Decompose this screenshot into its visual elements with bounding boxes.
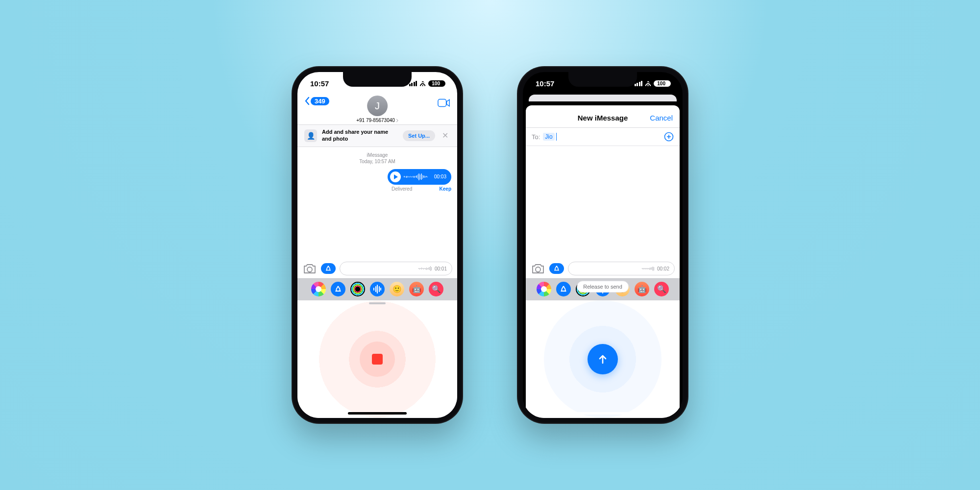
play-icon[interactable] xyxy=(390,172,401,182)
stop-recording-button[interactable] xyxy=(360,342,395,377)
photos-app-icon[interactable] xyxy=(537,282,551,296)
delivered-label: Delivered xyxy=(392,186,412,192)
svg-point-3 xyxy=(536,267,540,272)
waveform-icon xyxy=(404,173,431,181)
contact-number: +91 79-85673040 xyxy=(356,118,395,123)
message-thread[interactable]: iMessage Today, 10:57 AM 00:03 Delivered… xyxy=(297,147,457,259)
arrow-up-icon xyxy=(597,353,609,365)
recipient-chip[interactable]: Jio xyxy=(543,133,554,141)
release-to-send-label: Release to send xyxy=(577,281,629,293)
facetime-button[interactable] xyxy=(438,98,450,107)
memoji-app-icon[interactable]: 🙂 xyxy=(390,282,404,296)
audio-message-app-icon[interactable] xyxy=(370,282,385,296)
wifi-icon xyxy=(419,81,426,86)
to-field[interactable]: To: Jio xyxy=(526,128,680,146)
apps-button[interactable] xyxy=(321,263,336,274)
camera-button[interactable] xyxy=(302,262,317,275)
contact-card-icon: 👤 xyxy=(304,129,317,142)
status-time: 10:57 xyxy=(536,79,554,88)
iphone-left: 10:57 100 349 J +91 79-85673040 👤 Add an… xyxy=(292,66,463,424)
message-thread[interactable] xyxy=(526,146,680,259)
to-label: To: xyxy=(532,133,540,141)
chevron-left-icon xyxy=(304,97,310,105)
battery-icon: 100 xyxy=(428,80,445,87)
page-title: New iMessage xyxy=(578,114,628,122)
appstore-app-icon[interactable] xyxy=(331,282,345,296)
wifi-icon xyxy=(644,81,652,86)
compose-bar: 00:01 xyxy=(297,259,457,278)
battery-icon: 100 xyxy=(654,80,671,87)
recording-area xyxy=(297,300,457,418)
status-time: 10:57 xyxy=(310,79,329,88)
animoji-app-icon[interactable]: 🤖 xyxy=(635,282,649,296)
svg-point-1 xyxy=(307,267,312,272)
recording-time: 00:01 xyxy=(435,266,447,271)
iphone-right: 10:57 100 New iMessage Cancel To: Jio xyxy=(517,66,688,424)
fitness-app-icon[interactable] xyxy=(350,282,365,296)
contact-button[interactable]: J +91 79-85673040 xyxy=(356,96,398,123)
chat-header: 349 J +91 79-85673040 xyxy=(297,95,457,125)
appstore-app-icon[interactable] xyxy=(556,282,571,296)
recording-area: Release to send xyxy=(526,300,680,418)
notch xyxy=(343,72,412,87)
audio-duration: 00:03 xyxy=(434,174,446,179)
add-contact-button[interactable] xyxy=(664,132,674,142)
compose-field[interactable]: 00:01 xyxy=(340,262,452,275)
camera-button[interactable] xyxy=(531,262,545,275)
banner-text: Add and share your name and photo xyxy=(322,129,398,143)
app-strip[interactable]: 🙂 🤖 🔍 xyxy=(297,278,457,300)
compose-bar: 00:02 xyxy=(526,259,680,278)
avatar: J xyxy=(367,96,388,116)
drawer-handle[interactable] xyxy=(369,302,386,304)
new-message-header: New iMessage Cancel xyxy=(526,108,680,128)
setup-button[interactable]: Set Up... xyxy=(403,130,435,141)
images-app-icon[interactable]: 🔍 xyxy=(654,282,669,296)
home-indicator[interactable] xyxy=(348,412,407,415)
send-button[interactable] xyxy=(588,344,618,374)
chevron-right-icon xyxy=(396,119,398,122)
compose-field[interactable]: 00:02 xyxy=(568,262,675,275)
sheet-background xyxy=(529,95,677,101)
images-app-icon[interactable]: 🔍 xyxy=(429,282,443,296)
audio-message-bubble[interactable]: 00:03 xyxy=(388,169,451,185)
name-photo-banner: 👤 Add and share your name and photo Set … xyxy=(297,125,457,147)
back-button[interactable]: 349 xyxy=(304,97,329,105)
home-indicator[interactable] xyxy=(573,412,632,415)
text-cursor xyxy=(556,133,557,141)
apps-button[interactable] xyxy=(549,263,564,274)
notch xyxy=(568,72,637,87)
photos-app-icon[interactable] xyxy=(311,282,326,296)
recording-waveform-icon xyxy=(418,266,432,271)
recording-waveform-icon xyxy=(642,266,654,271)
keep-button[interactable]: Keep xyxy=(440,186,451,192)
banner-close-button[interactable]: ✕ xyxy=(440,129,450,142)
cancel-button[interactable]: Cancel xyxy=(650,114,673,122)
svg-rect-0 xyxy=(438,99,446,107)
unread-badge: 349 xyxy=(311,97,329,105)
thread-timestamp: iMessage Today, 10:57 AM xyxy=(303,152,451,165)
recording-time: 00:02 xyxy=(657,266,669,271)
animoji-app-icon[interactable]: 🤖 xyxy=(409,282,424,296)
